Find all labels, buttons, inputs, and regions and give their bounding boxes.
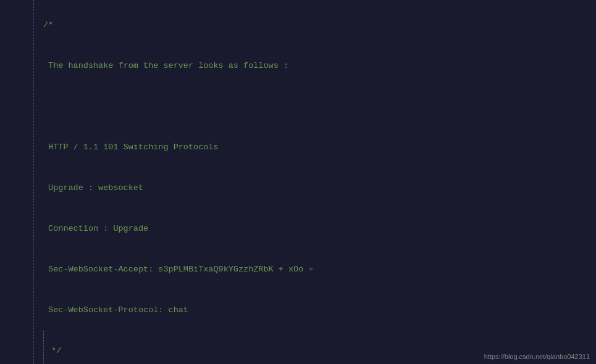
line-numbers [0, 0, 34, 364]
code-line: Sec-WebSocket-Accept: s3pPLMBiTxaQ9kYGzz… [43, 249, 596, 290]
code-editor: /* The handshake from the server looks a… [0, 0, 596, 364]
code-line: Sec-WebSocket-Protocol: chat [43, 290, 596, 331]
code-line [43, 86, 596, 127]
watermark: https://blog.csdn.net/qianbo042311 [484, 353, 590, 360]
code-line: HTTP / 1.1 101 Switching Protocols [43, 127, 596, 168]
code-line: The handshake from the server looks as f… [43, 46, 596, 86]
code-content: /* The handshake from the server looks a… [34, 0, 596, 364]
code-line: Upgrade : websocket [43, 168, 596, 209]
code-line: Connection : Upgrade [43, 209, 596, 249]
code-line: /* [43, 5, 596, 46]
